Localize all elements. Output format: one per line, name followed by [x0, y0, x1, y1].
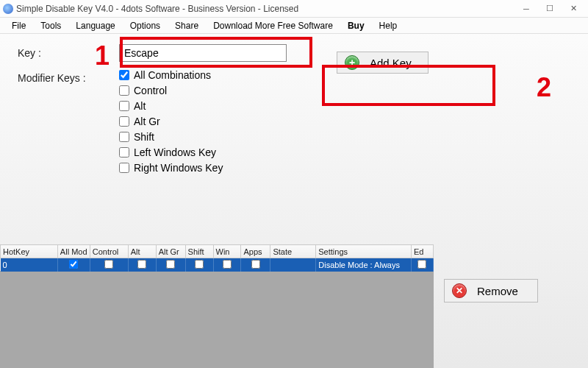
titlebar: Simple Disable Key V4.0 - 4dots Software…	[0, 0, 588, 18]
row-checkbox-ed[interactable]	[417, 260, 426, 269]
th-control[interactable]: Control	[90, 245, 128, 258]
checkbox-shift[interactable]	[119, 132, 129, 142]
menu-buy[interactable]: Buy	[340, 19, 372, 32]
row-checkbox-allmod[interactable]	[69, 260, 78, 269]
checkbox-right-win[interactable]	[119, 163, 129, 173]
menu-download[interactable]: Download More Free Software	[206, 19, 340, 32]
modifier-list: All Combinations Control Alt Alt Gr Shif…	[119, 69, 223, 174]
hotkey-table: HotKey All Mod Control Alt Alt Gr Shift …	[0, 244, 434, 272]
row-checkbox-apps[interactable]	[251, 260, 260, 269]
modifier-control[interactable]: Control	[119, 85, 223, 96]
row-checkbox-alt[interactable]	[137, 260, 146, 269]
menu-share[interactable]: Share	[168, 19, 206, 32]
cell-win	[213, 258, 241, 272]
checkbox-alt[interactable]	[119, 101, 129, 111]
th-win[interactable]: Win	[213, 245, 241, 258]
checkbox-left-win[interactable]	[119, 147, 129, 158]
modifier-shift[interactable]: Shift	[119, 131, 223, 143]
menu-options[interactable]: Options	[123, 19, 168, 32]
modifier-all-combinations[interactable]: All Combinations	[119, 69, 223, 81]
form-area: Key : Modifier Keys : All Combinations C…	[0, 34, 588, 183]
checkbox-control[interactable]	[119, 85, 129, 96]
checkbox-altgr[interactable]	[119, 116, 129, 127]
th-state[interactable]: State	[270, 245, 316, 258]
modifier-label: Modifier Keys :	[18, 69, 119, 84]
th-settings[interactable]: Settings	[316, 245, 412, 258]
cell-alt	[128, 258, 156, 272]
menu-language[interactable]: Language	[68, 19, 122, 32]
key-label: Key :	[18, 44, 119, 59]
remove-button[interactable]: ✕ Remove	[444, 279, 538, 302]
menu-help[interactable]: Help	[372, 19, 405, 32]
modifier-right-win[interactable]: Right Windows Key	[119, 162, 223, 174]
row-checkbox-shift[interactable]	[195, 260, 204, 269]
modifier-altgr[interactable]: Alt Gr	[119, 116, 223, 127]
close-button[interactable]: ✕	[562, 1, 585, 16]
cell-hotkey: 0	[1, 258, 58, 272]
modifier-alt[interactable]: Alt	[119, 100, 223, 112]
cell-ed	[411, 258, 433, 272]
th-apps[interactable]: Apps	[241, 245, 270, 258]
window-title: Simple Disable Key V4.0 - 4dots Software…	[16, 4, 298, 14]
row-checkbox-control[interactable]	[104, 260, 113, 269]
cell-apps	[241, 258, 270, 272]
th-alt[interactable]: Alt	[128, 245, 156, 258]
menu-tools[interactable]: Tools	[33, 19, 68, 32]
remove-icon: ✕	[452, 283, 467, 298]
row-checkbox-altgr[interactable]	[166, 260, 175, 269]
plus-icon: +	[345, 55, 359, 70]
add-key-button[interactable]: + Add Key	[337, 52, 429, 74]
th-allmod[interactable]: All Mod	[57, 245, 90, 258]
cell-state	[270, 258, 316, 272]
cell-settings: Disable Mode : Always	[316, 258, 412, 272]
menubar: File Tools Language Options Share Downlo…	[0, 18, 588, 34]
th-ed[interactable]: Ed	[411, 245, 433, 258]
menu-file[interactable]: File	[4, 19, 33, 32]
modifier-left-win[interactable]: Left Windows Key	[119, 146, 223, 158]
cell-control	[90, 258, 128, 272]
minimize-button[interactable]: ─	[514, 1, 538, 16]
key-input[interactable]	[119, 44, 287, 62]
maximize-button[interactable]: ☐	[538, 1, 562, 16]
app-icon	[3, 4, 13, 14]
row-checkbox-win[interactable]	[223, 260, 232, 269]
add-key-label: Add Key	[370, 57, 412, 69]
table-header-row: HotKey All Mod Control Alt Alt Gr Shift …	[1, 245, 434, 258]
cell-allmod	[57, 258, 90, 272]
remove-label: Remove	[477, 285, 518, 297]
cell-altgr	[156, 258, 185, 272]
th-shift[interactable]: Shift	[185, 245, 213, 258]
th-hotkey[interactable]: HotKey	[1, 245, 58, 258]
table-background	[0, 271, 434, 368]
th-altgr[interactable]: Alt Gr	[156, 245, 185, 258]
cell-shift	[185, 258, 213, 272]
checkbox-all-combinations[interactable]	[119, 70, 129, 80]
table-row[interactable]: 0 Disable Mode : Always	[1, 258, 434, 272]
